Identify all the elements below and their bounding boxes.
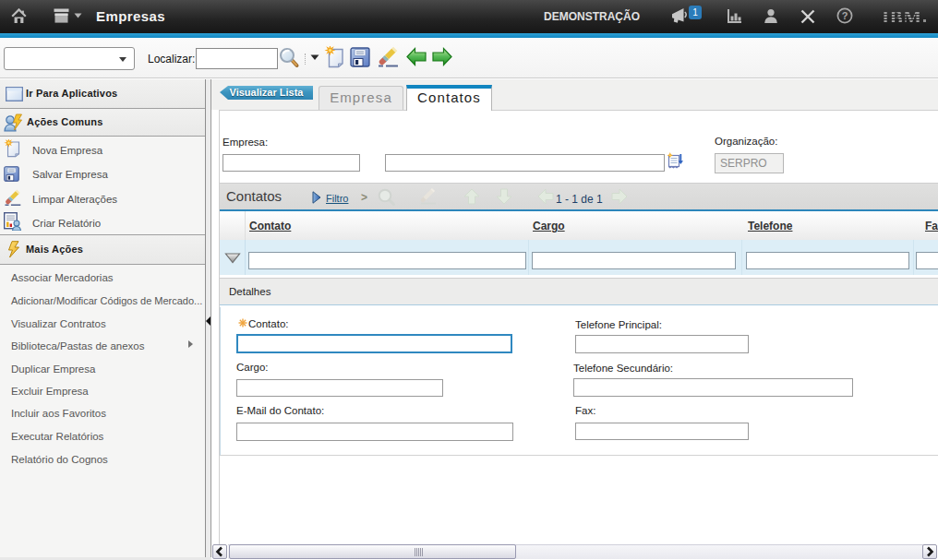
svg-text:?: ?	[842, 10, 848, 21]
